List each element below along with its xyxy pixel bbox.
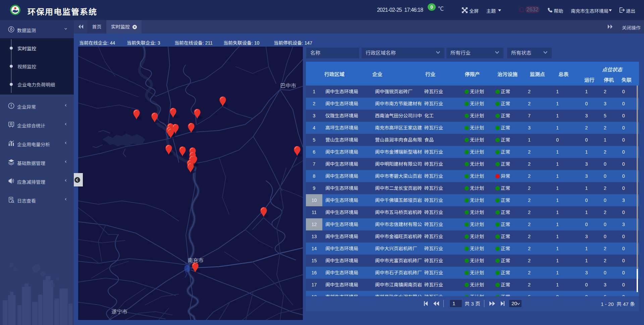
svg-text:遂宁市: 遂宁市 <box>111 309 127 315</box>
svg-text:巴中市: 巴中市 <box>280 83 296 89</box>
